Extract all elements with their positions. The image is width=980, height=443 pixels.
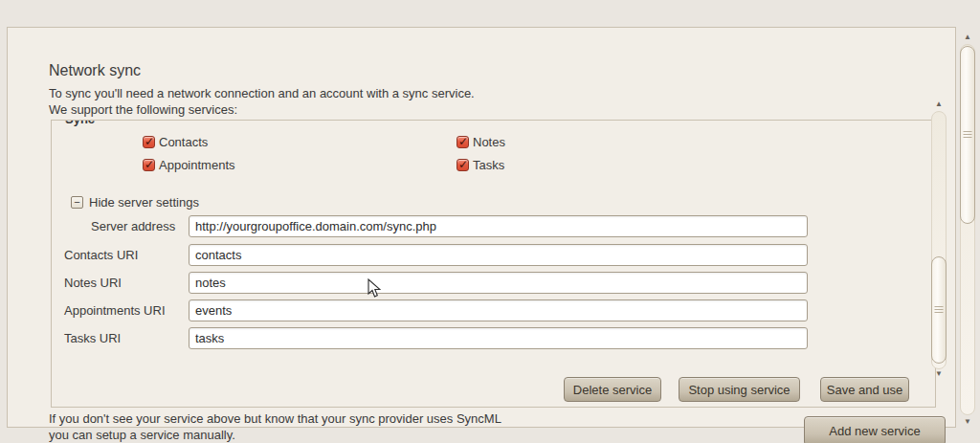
notes-uri-input[interactable] (189, 272, 808, 294)
scrollbar-thumb[interactable] (960, 46, 975, 224)
checkbox-label: Contacts (159, 135, 208, 150)
checkbox-label: Appointments (159, 158, 235, 173)
checkbox-label: Tasks (473, 158, 504, 173)
server-address-row: Server address (52, 215, 936, 237)
contacts-uri-input[interactable] (189, 244, 808, 266)
contacts-uri-row: Contacts URI (52, 244, 936, 266)
check-icon: ✓ (458, 157, 468, 172)
server-address-label: Server address (91, 215, 175, 237)
tasks-uri-row: Tasks URI (52, 327, 936, 349)
checkbox-checked-icon[interactable]: ✓ (143, 159, 155, 171)
scroll-down-icon[interactable]: ▼ (930, 369, 947, 379)
server-address-input[interactable] (189, 215, 808, 237)
delete-service-button[interactable]: Delete service (564, 377, 661, 402)
tasks-uri-input[interactable] (189, 327, 808, 349)
save-and-use-button[interactable]: Save and use (820, 377, 909, 402)
appointments-uri-label: Appointments URI (64, 299, 166, 321)
appointments-uri-row: Appointments URI (52, 299, 936, 321)
description-line-1: To sync you'll need a network connection… (49, 86, 475, 100)
screen: Network sync To sync you'll need a netwo… (0, 0, 980, 443)
notes-uri-row: Notes URI (52, 272, 936, 294)
page-title: Network sync (49, 62, 141, 79)
checkbox-checked-icon[interactable]: ✓ (457, 159, 469, 171)
sync-settings-panel: Sync ✓ Contacts ✓ Appointments ✓ Notes ✓… (51, 120, 936, 408)
panel-scrollbar[interactable]: ▲ ▼ (930, 98, 947, 381)
checkbox-checked-icon[interactable]: ✓ (143, 136, 155, 148)
scroll-up-icon[interactable]: ▲ (959, 33, 976, 42)
check-icon: ✓ (145, 157, 154, 172)
check-icon: ✓ (458, 134, 468, 149)
notes-uri-label: Notes URI (64, 272, 122, 294)
footer-note-line-2: you can setup a service manually. (49, 428, 235, 442)
scrollbar-thumb[interactable] (931, 256, 947, 364)
expander-label: Hide server settings (89, 195, 199, 210)
window-scrollbar[interactable]: ▲ ▼ (959, 29, 976, 428)
scroll-down-icon[interactable]: ▼ (959, 417, 976, 427)
network-sync-dialog: Network sync To sync you'll need a netwo… (7, 27, 956, 428)
add-new-service-button[interactable]: Add new service (804, 416, 946, 443)
grip-icon (935, 306, 944, 314)
appointments-uri-input[interactable] (189, 299, 808, 321)
stop-using-service-button[interactable]: Stop using service (679, 377, 800, 402)
footer-note-line-1: If you don't see your service above but … (49, 411, 501, 426)
tasks-uri-label: Tasks URI (64, 327, 121, 349)
contacts-uri-label: Contacts URI (64, 244, 138, 266)
checkbox-label: Notes (473, 135, 505, 150)
mouse-cursor-icon (368, 278, 381, 299)
description-line-2: We support the following services: (49, 102, 237, 117)
check-icon: ✓ (145, 134, 154, 149)
checkbox-checked-icon[interactable]: ✓ (457, 136, 469, 148)
collapse-minus-icon[interactable]: − (71, 196, 83, 209)
scroll-up-icon[interactable]: ▲ (930, 100, 947, 109)
sync-group-label: Sync (65, 120, 95, 126)
grip-icon (964, 131, 972, 139)
